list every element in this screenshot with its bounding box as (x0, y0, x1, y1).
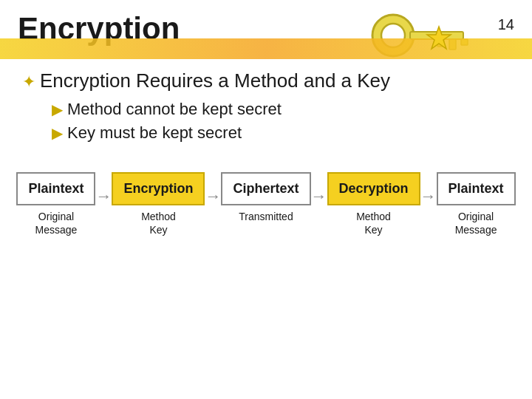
main-bullet-icon: ✦ (22, 72, 35, 92)
flow-box-decryption-label: Decryption (327, 172, 420, 205)
flow-box-encryption-desc: MethodKey (141, 205, 176, 236)
sub-bullet-2: ▶ Key must be kept secret (52, 123, 510, 143)
flow-box-plaintext-2: Plaintext OriginalMessage (437, 172, 516, 236)
sub-bullet-2-text: Key must be kept secret (67, 123, 242, 143)
star-decoration (426, 25, 452, 55)
flow-box-encryption: Encryption MethodKey (112, 172, 205, 236)
flow-diagram: Plaintext OriginalMessage → Encryption M… (0, 172, 532, 236)
flow-box-plaintext-1-label: Plaintext (16, 172, 95, 205)
sub-bullet-1-text: Method cannot be kept secret (67, 100, 282, 119)
flow-box-decryption: Decryption MethodKey (327, 172, 420, 236)
flow-box-plaintext-2-label: Plaintext (437, 172, 516, 205)
arrow-3: → (311, 172, 327, 236)
svg-marker-6 (427, 27, 451, 49)
sub-bullet-1: ▶ Method cannot be kept secret (52, 100, 510, 119)
flow-box-ciphertext: Ciphertext Transmitted (221, 172, 310, 236)
flow-box-plaintext-1-desc: OriginalMessage (35, 205, 78, 236)
arrow-1: → (95, 172, 112, 236)
sub-bullet-2-icon: ▶ (52, 124, 63, 142)
sub-bullet-1-icon: ▶ (52, 100, 63, 118)
main-bullet: ✦ Encryption Requires a Method and a Key (22, 69, 510, 92)
flow-box-encryption-label: Encryption (112, 172, 205, 205)
flow-box-plaintext-1: Plaintext OriginalMessage (16, 172, 95, 236)
flow-box-decryption-desc: MethodKey (356, 205, 391, 236)
slide-number: 14 (498, 16, 514, 33)
arrow-4: → (420, 172, 437, 236)
slide-content: ✦ Encryption Requires a Method and a Key… (0, 59, 532, 143)
highlight-bar (0, 38, 532, 59)
slide-header: Encryption 14 (0, 0, 532, 44)
flow-box-plaintext-2-desc: OriginalMessage (455, 205, 497, 236)
slide-page: Encryption 14 (0, 0, 532, 399)
main-bullet-text: Encryption Requires a Method and a Key (40, 69, 390, 92)
flow-box-ciphertext-label: Ciphertext (221, 172, 310, 205)
arrow-2: → (205, 172, 221, 236)
flow-box-ciphertext-desc: Transmitted (239, 205, 293, 223)
sub-bullets-container: ▶ Method cannot be kept secret ▶ Key mus… (22, 100, 510, 143)
